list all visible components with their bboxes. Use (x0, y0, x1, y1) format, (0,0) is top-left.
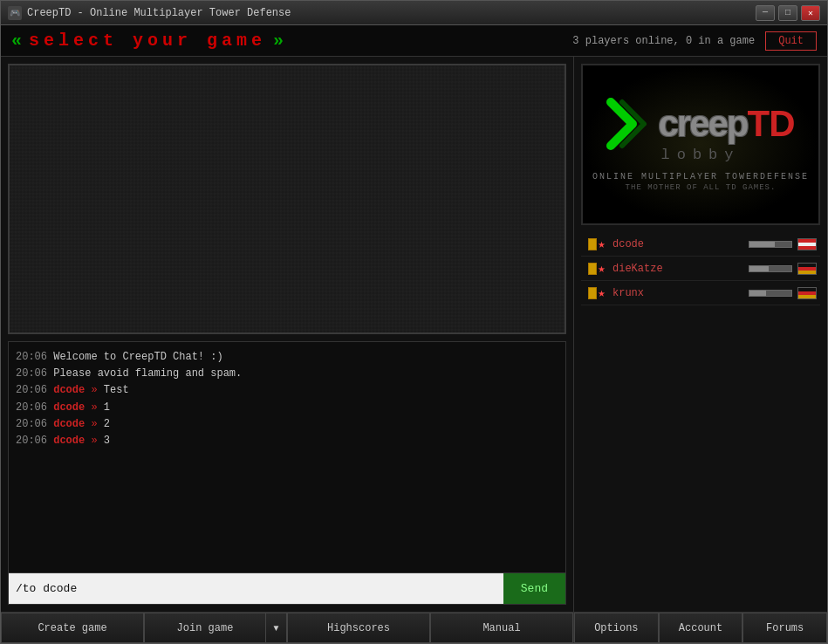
chat-area: 20:06 Welcome to CreepTD Chat! :) 20:06 … (8, 341, 566, 605)
player-row: ★ dieKatze (581, 257, 820, 281)
player-flag (797, 287, 817, 299)
player-badge: ★ (585, 236, 609, 252)
chat-arrow: » (91, 384, 103, 396)
player-row: ★ krunx (581, 281, 820, 305)
chat-message: 20:06 dcode » 3 (16, 433, 558, 449)
main-content: « select your game » 3 players online, 0… (1, 25, 827, 643)
player-name[interactable]: krunx (612, 287, 749, 299)
title-bar: 🎮 CreepTD - Online Multiplayer Tower Def… (1, 1, 827, 25)
middle-section: 20:06 Welcome to CreepTD Chat! :) 20:06 … (1, 57, 827, 643)
badge-star: ★ (598, 238, 605, 250)
highscores-button[interactable]: Highscores (287, 613, 430, 643)
player-name[interactable]: dcode (612, 238, 749, 250)
create-game-button[interactable]: Create game (1, 613, 144, 643)
main-window: 🎮 CreepTD - Online Multiplayer Tower Def… (0, 0, 828, 644)
top-bar: « select your game » 3 players online, 0… (1, 25, 827, 57)
bottom-right-buttons: Options Account Forums (574, 612, 827, 643)
logo-area: creep TD lobby Online Multiplayer TowerD… (581, 64, 820, 225)
title-decoration-right: » (273, 31, 284, 51)
chat-message: 20:06 dcode » 1 (16, 400, 558, 416)
logo-subtitle2: The Mother of all TD Games. (592, 183, 809, 192)
window-controls: ─ □ ✕ (756, 5, 820, 21)
msg-text: 2 (104, 418, 110, 430)
chat-arrow: » (91, 418, 103, 430)
msg-time: 20:06 (16, 401, 53, 414)
msg-text: Please avoid flaming and spam. (53, 367, 242, 380)
msg-text: 1 (104, 401, 110, 414)
badge-bar (588, 287, 597, 299)
manual-button[interactable]: Manual (430, 613, 573, 643)
player-badge: ★ (585, 261, 609, 277)
msg-time: 20:06 (16, 367, 53, 380)
chat-messages: 20:06 Welcome to CreepTD Chat! :) 20:06 … (9, 342, 565, 572)
quit-button[interactable]: Quit (765, 31, 817, 51)
logo-creep-text: creep (658, 103, 747, 145)
msg-time: 20:06 (16, 351, 53, 363)
window-title: CreepTD - Online Multiplayer Tower Defen… (27, 7, 756, 19)
send-button[interactable]: Send (503, 573, 565, 604)
chat-username[interactable]: dcode (53, 401, 85, 414)
msg-text: Test (104, 384, 129, 396)
player-flag (797, 263, 817, 275)
chat-arrow: » (91, 401, 103, 414)
logo-main: creep TD (592, 98, 809, 150)
player-progress-bar (749, 241, 792, 248)
app-icon: 🎮 (8, 6, 22, 20)
player-row: ★ dcode (581, 232, 820, 257)
badge-star: ★ (598, 263, 605, 275)
minimize-button[interactable]: ─ (756, 5, 775, 21)
logo-subtitle1: Online Multiplayer TowerDefense (592, 172, 809, 182)
join-game-button[interactable]: Join game (145, 613, 265, 642)
title-decoration-left: « (11, 31, 22, 51)
msg-text: 3 (104, 435, 110, 447)
chat-message: 20:06 dcode » Test (16, 382, 558, 399)
logo-content: creep TD lobby Online Multiplayer TowerD… (592, 98, 809, 192)
player-progress-bar (749, 265, 792, 272)
msg-time: 20:06 (16, 384, 53, 396)
close-button[interactable]: ✕ (801, 5, 820, 21)
chat-arrow: » (91, 435, 103, 447)
chat-message: 20:06 Welcome to CreepTD Chat! :) (16, 349, 558, 366)
maximize-button[interactable]: □ (778, 5, 797, 21)
chat-message: 20:06 Please avoid flaming and spam. (16, 366, 558, 382)
player-flag (797, 238, 817, 250)
page-title: select your game (29, 31, 266, 51)
online-status: 3 players online, 0 in a game (572, 35, 755, 47)
chat-input-bar: Send (9, 572, 565, 604)
forums-button[interactable]: Forums (742, 613, 827, 643)
players-list: ★ dcode (581, 232, 820, 421)
player-progress-bar (749, 290, 792, 297)
logo-text-wrap: creep TD (658, 103, 794, 145)
player-badge: ★ (585, 285, 609, 301)
join-game-container: Join game ▼ (144, 613, 287, 643)
msg-text: Welcome to CreepTD Chat! :) (53, 351, 222, 363)
chat-username[interactable]: dcode (53, 435, 85, 447)
chat-message: 20:06 dcode » 2 (16, 416, 558, 433)
join-game-dropdown-button[interactable]: ▼ (265, 613, 286, 642)
chat-username[interactable]: dcode (53, 418, 85, 430)
logo-td-text: TD (748, 103, 795, 145)
player-name[interactable]: dieKatze (612, 263, 749, 275)
logo-chevron-icon (606, 98, 654, 150)
badge-star: ★ (598, 287, 605, 299)
game-list[interactable] (8, 64, 566, 334)
left-panel: 20:06 Welcome to CreepTD Chat! :) 20:06 … (1, 57, 574, 643)
badge-bar (588, 238, 597, 250)
bottom-left-buttons: Create game Join game ▼ Highscores Manua… (1, 612, 573, 643)
chat-username[interactable]: dcode (53, 384, 85, 396)
options-button[interactable]: Options (574, 613, 659, 643)
right-panel: creep TD lobby Online Multiplayer TowerD… (574, 57, 827, 643)
badge-bar (588, 263, 597, 275)
chat-input[interactable] (9, 573, 503, 604)
msg-time: 20:06 (16, 418, 53, 430)
msg-time: 20:06 (16, 435, 53, 447)
account-button[interactable]: Account (659, 613, 743, 643)
